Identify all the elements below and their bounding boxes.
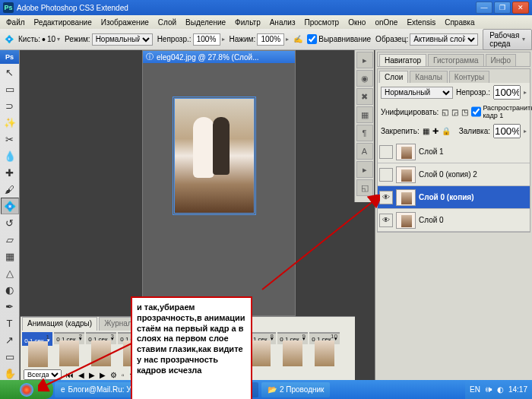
brush-size[interactable]: 10	[47, 35, 55, 43]
propagate-checkbox[interactable]	[471, 104, 481, 119]
layer-opacity-input[interactable]	[493, 85, 521, 100]
frame-thumb	[251, 340, 271, 366]
visibility-icon[interactable]	[379, 145, 393, 159]
move-tool[interactable]: ↖	[1, 64, 19, 81]
history-brush-tool[interactable]: ↺	[1, 214, 19, 231]
menu-file[interactable]: Файл	[2, 18, 30, 27]
tray-icon[interactable]: 🕪	[485, 385, 492, 394]
workspace-button[interactable]: Рабочая среда▾	[483, 29, 532, 50]
menu-select[interactable]: Выделение	[181, 18, 230, 27]
shape-tool[interactable]: ▭	[1, 348, 19, 365]
brush-label: Кисть:	[18, 35, 40, 43]
taskbar-item[interactable]: 📂2 Проводник	[261, 382, 331, 397]
tab-layers[interactable]: Слои	[379, 71, 408, 83]
eraser-tool[interactable]: ▱	[1, 231, 19, 248]
well-icon-6[interactable]: A	[356, 143, 373, 160]
opacity-input[interactable]	[193, 33, 220, 46]
eyedropper-tool[interactable]: 💧	[1, 147, 19, 164]
anim-frame[interactable]: 3	[86, 332, 116, 334]
crop-tool[interactable]: ✂	[1, 131, 19, 147]
wand-tool[interactable]: ✨	[1, 114, 19, 131]
fill-input[interactable]	[493, 124, 521, 138]
marquee-tool[interactable]: ▭	[1, 81, 19, 97]
menu-help[interactable]: Справка	[440, 18, 479, 27]
heal-tool[interactable]: ✚	[1, 164, 19, 181]
layer-row[interactable]: 👁Слой 0 (копия)	[378, 186, 530, 209]
layer-row[interactable]: Слой 0 (копия) 2	[378, 163, 530, 186]
menu-view[interactable]: Просмотр	[299, 18, 344, 27]
opacity-label: Непрозр.:	[157, 35, 192, 43]
pen-tool[interactable]: ✒	[1, 298, 19, 315]
dodge-tool[interactable]: ◐	[1, 281, 19, 298]
layer-row[interactable]: 👁Слой 0	[378, 209, 530, 232]
blend-mode-select[interactable]: Нормальный	[381, 87, 453, 99]
visibility-icon[interactable]: 👁	[379, 214, 393, 227]
visibility-icon[interactable]	[379, 168, 393, 182]
menu-layer[interactable]: Слой	[154, 18, 181, 27]
tab-paths[interactable]: Контуры	[449, 71, 489, 83]
brush-tool[interactable]: 🖌	[1, 181, 19, 198]
lock-px-icon[interactable]: ▦	[423, 127, 429, 135]
menu-analysis[interactable]: Анализ	[265, 18, 300, 27]
anim-frame[interactable]: 1	[22, 332, 52, 335]
gradient-tool[interactable]: ▦	[1, 248, 19, 264]
flow-label: Нажим:	[230, 35, 256, 43]
airbrush-icon[interactable]: ✍	[293, 35, 302, 43]
language-indicator[interactable]: EN	[470, 385, 480, 394]
menu-bar: Файл Редактирование Изображение Слой Выд…	[0, 15, 532, 29]
well-icon-4[interactable]: ▦	[356, 106, 373, 123]
anim-frame[interactable]: 9	[277, 332, 308, 334]
type-tool[interactable]: T	[1, 315, 19, 331]
hand-tool[interactable]: ✋	[1, 365, 19, 382]
well-icon-3[interactable]: ✖	[356, 88, 373, 105]
layer-thumb	[396, 144, 416, 160]
unify-icon-3[interactable]: ◳	[461, 108, 468, 116]
anim-frame[interactable]: 10	[309, 332, 340, 334]
frame-number: 9	[302, 333, 306, 340]
menu-window[interactable]: Окно	[344, 18, 370, 27]
visibility-icon[interactable]: 👁	[379, 191, 393, 204]
stamp-tool[interactable]: 💠	[1, 198, 19, 214]
well-icon-2[interactable]: ◉	[356, 70, 373, 87]
mode-select[interactable]: Нормальный	[92, 33, 153, 46]
lasso-tool[interactable]: ⊃	[1, 97, 19, 114]
tab-info[interactable]: Инфо	[486, 54, 517, 66]
arrow-annotation-2	[258, 195, 380, 293]
tab-animation[interactable]: Анимация (кадры)	[22, 317, 97, 331]
well-icon-5[interactable]: ¶	[356, 125, 373, 141]
unify-icon-2[interactable]: ◲	[451, 108, 458, 116]
layer-opacity-label: Непрозр.:	[456, 88, 490, 97]
system-tray[interactable]: EN 🕪 ◐ 14:17	[465, 380, 532, 399]
tray-icon[interactable]: ◐	[497, 385, 504, 394]
minimize-button[interactable]: —	[476, 2, 492, 14]
unify-icon-1[interactable]: ◱	[442, 108, 448, 116]
tab-histogram[interactable]: Гистограмма	[428, 54, 484, 66]
well-icon-1[interactable]: ▸	[356, 52, 373, 68]
frame-number: 8	[271, 333, 274, 340]
tab-channels[interactable]: Каналы	[410, 71, 448, 83]
layer-row[interactable]: Слой 1	[378, 141, 530, 163]
clock[interactable]: 14:17	[508, 385, 527, 394]
align-checkbox[interactable]	[307, 34, 317, 44]
menu-image[interactable]: Изображение	[97, 18, 154, 27]
lock-all-icon[interactable]: 🔒	[442, 127, 451, 135]
layer-thumb	[396, 189, 416, 206]
photoshop-logo-icon: Ps	[3, 2, 14, 13]
anim-frame[interactable]: 2	[54, 332, 84, 334]
menu-filter[interactable]: Фильтр	[230, 18, 265, 27]
path-tool[interactable]: ↗	[1, 331, 19, 348]
well-icon-7[interactable]: ▸	[356, 161, 373, 178]
canvas[interactable]	[174, 98, 255, 214]
flow-input[interactable]	[257, 33, 284, 46]
maximize-button[interactable]: ❐	[494, 2, 511, 14]
menu-onone[interactable]: onOne	[370, 18, 402, 27]
well-icon-8[interactable]: ◱	[356, 179, 373, 196]
sample-select[interactable]: Активный слой	[410, 33, 478, 46]
blur-tool[interactable]: △	[1, 264, 19, 281]
tab-navigator[interactable]: Навигатор	[379, 54, 426, 66]
lock-pos-icon[interactable]: ✚	[432, 127, 439, 135]
menu-edit[interactable]: Редактирование	[30, 18, 97, 27]
panel-well: ▸ ◉ ✖ ▦ ¶ A ▸ ◱	[354, 50, 374, 202]
menu-extensis[interactable]: Extensis	[402, 18, 440, 27]
close-button[interactable]: ✕	[512, 2, 529, 14]
